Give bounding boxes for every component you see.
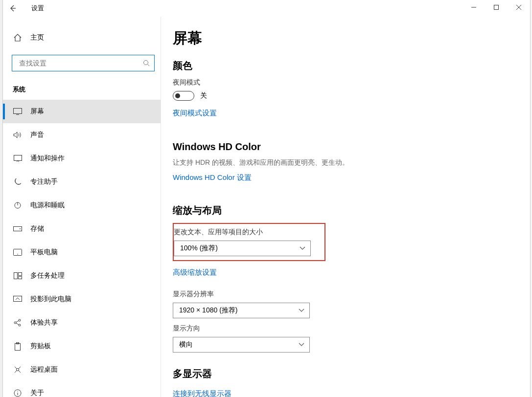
sidebar-item-tablet[interactable]: 平板电脑	[3, 241, 161, 264]
sidebar-item-storage[interactable]: 存储	[3, 217, 161, 241]
sidebar-item-label: 声音	[30, 131, 44, 139]
sidebar-item-about[interactable]: 关于	[3, 381, 161, 397]
sidebar-section-label: 系统	[13, 85, 161, 94]
home-icon	[13, 33, 23, 42]
sidebar-item-label: 电源和睡眠	[30, 201, 65, 210]
svg-point-15	[19, 324, 21, 326]
svg-rect-2	[14, 109, 22, 114]
orientation-value: 横向	[179, 340, 193, 349]
svg-point-14	[19, 319, 21, 321]
orientation-dropdown[interactable]: 横向	[173, 337, 310, 353]
notifications-icon	[13, 155, 23, 162]
power-icon	[13, 201, 23, 209]
sidebar-item-label: 投影到此电脑	[30, 295, 71, 304]
sidebar-item-shared[interactable]: 体验共享	[3, 311, 161, 334]
sound-icon	[13, 131, 23, 139]
sidebar-item-display[interactable]: 屏幕	[3, 100, 161, 123]
svg-point-1	[144, 60, 148, 65]
sidebar-item-label: 屏幕	[30, 107, 44, 116]
window-title: 设置	[31, 4, 44, 13]
hdcolor-description: 让支持 HDR 的视频、游戏和应用的画面更明亮、更生动。	[173, 158, 510, 167]
home-label: 主页	[30, 33, 44, 42]
remote-icon	[13, 366, 23, 374]
svg-rect-11	[18, 277, 22, 279]
home-button[interactable]: 主页	[3, 27, 161, 48]
sidebar-item-clipboard[interactable]: 剪贴板	[3, 334, 161, 358]
scale-label: 更改文本、应用等项目的大小	[174, 228, 317, 237]
shared-icon	[13, 319, 23, 327]
sidebar-item-focus[interactable]: 专注助手	[3, 170, 161, 194]
svg-rect-12	[14, 296, 22, 302]
sidebar-item-remote[interactable]: 远程桌面	[3, 358, 161, 381]
sidebar-item-multitasking[interactable]: 多任务处理	[3, 264, 161, 287]
clipboard-icon	[13, 342, 23, 351]
projecting-icon	[13, 296, 23, 303]
svg-point-13	[14, 322, 16, 324]
svg-rect-3	[14, 155, 22, 160]
sidebar-item-label: 多任务处理	[30, 271, 65, 280]
settings-window: 设置 主页	[3, 0, 531, 397]
svg-rect-16	[15, 343, 21, 350]
svg-rect-10	[18, 273, 22, 276]
chevron-down-icon	[299, 343, 304, 347]
chevron-down-icon	[300, 246, 305, 250]
sidebar-item-label: 存储	[30, 224, 44, 233]
sidebar-item-label: 通知和操作	[30, 154, 65, 163]
toggle-knob	[175, 93, 180, 98]
focus-icon	[13, 178, 23, 186]
search-box[interactable]	[12, 55, 155, 71]
night-mode-settings-link[interactable]: 夜间模式设置	[173, 109, 217, 118]
about-icon	[13, 389, 23, 397]
back-button[interactable]	[3, 0, 23, 17]
storage-icon	[13, 226, 23, 231]
scale-value: 100% (推荐)	[180, 244, 218, 253]
svg-rect-9	[14, 273, 17, 279]
search-input[interactable]	[19, 59, 143, 67]
maximize-icon	[494, 5, 499, 10]
display-icon	[13, 108, 23, 115]
section-scale-heading: 缩放与布局	[173, 204, 510, 217]
night-mode-toggle[interactable]	[173, 91, 194, 101]
advanced-scale-link[interactable]: 高级缩放设置	[173, 268, 217, 277]
night-mode-label: 夜间模式	[173, 78, 510, 87]
minimize-icon	[471, 5, 476, 10]
sidebar: 主页 系统 屏幕 声音 通知和操作	[3, 17, 161, 397]
sidebar-item-projecting[interactable]: 投影到此电脑	[3, 287, 161, 311]
window-controls	[463, 0, 530, 15]
page-title: 屏幕	[173, 28, 510, 48]
sidebar-item-power[interactable]: 电源和睡眠	[3, 194, 161, 217]
search-icon	[143, 60, 150, 67]
sidebar-item-label: 专注助手	[30, 177, 58, 186]
sidebar-item-label: 体验共享	[30, 318, 58, 327]
sidebar-item-label: 关于	[30, 389, 44, 397]
multitasking-icon	[13, 272, 23, 279]
svg-point-18	[17, 369, 19, 371]
chevron-down-icon	[299, 309, 304, 312]
resolution-label: 显示器分辨率	[173, 290, 510, 299]
svg-rect-0	[494, 5, 499, 10]
svg-point-8	[17, 254, 18, 255]
section-multidisplay-heading: 多显示器	[173, 367, 510, 380]
arrow-left-icon	[9, 4, 17, 12]
connect-wireless-link[interactable]: 连接到无线显示器	[173, 389, 231, 397]
titlebar: 设置	[3, 0, 530, 17]
sidebar-item-label: 平板电脑	[30, 248, 58, 257]
section-color-heading: 颜色	[173, 59, 510, 72]
sidebar-item-label: 远程桌面	[30, 365, 58, 374]
sidebar-item-sound[interactable]: 声音	[3, 123, 161, 147]
scale-dropdown[interactable]: 100% (推荐)	[174, 241, 311, 256]
maximize-button[interactable]	[485, 0, 508, 15]
resolution-dropdown[interactable]: 1920 × 1080 (推荐)	[173, 303, 310, 318]
scale-highlight-box: 更改文本、应用等项目的大小 100% (推荐)	[173, 223, 325, 261]
sidebar-item-notifications[interactable]: 通知和操作	[3, 147, 161, 170]
night-mode-state: 关	[200, 91, 207, 100]
close-button[interactable]	[508, 0, 530, 15]
tablet-icon	[13, 249, 23, 256]
hdcolor-settings-link[interactable]: Windows HD Color 设置	[173, 173, 252, 182]
minimize-button[interactable]	[463, 0, 485, 15]
sidebar-item-label: 剪贴板	[30, 342, 51, 351]
orientation-label: 显示方向	[173, 324, 510, 333]
content-area: 屏幕 颜色 夜间模式 关 夜间模式设置 Windows HD Color 让支持…	[161, 17, 530, 397]
section-hdcolor-heading: Windows HD Color	[173, 141, 510, 153]
svg-point-6	[20, 228, 21, 229]
